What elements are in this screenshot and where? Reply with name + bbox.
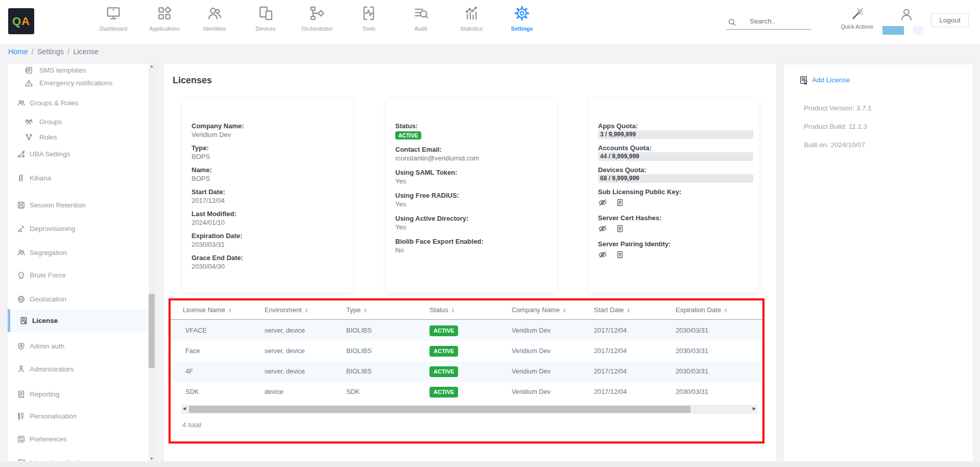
column-header-type[interactable]: Type▲▼ [346, 300, 367, 320]
table-row-face[interactable]: Faceserver, deviceBIOLIBSACTIVEVeridium … [171, 341, 762, 361]
field-value: Veridium Dev [192, 130, 347, 139]
sidebar-item-deprovisioning[interactable]: Deprovisioning [8, 222, 149, 235]
cell-type: BIOLIBS [346, 361, 372, 382]
table-horizontal-scrollbar[interactable]: ◀ ▶ [181, 405, 757, 414]
search-icon[interactable] [727, 17, 737, 27]
sidebar-item-uba-settings[interactable]: UBA Settings [8, 148, 149, 160]
prefs-icon [17, 435, 26, 443]
nav-item-settings[interactable]: Settings [496, 4, 547, 32]
field-label: Devices Quota: [598, 166, 753, 174]
copy-icon[interactable] [615, 224, 624, 233]
field-label: Server Pairing Identity: [598, 240, 753, 248]
column-header-company-name[interactable]: Company Name▲▼ [512, 300, 566, 320]
sidebar-item-segregation[interactable]: Segregation [8, 246, 149, 259]
field-label: Expiration Date: [192, 231, 347, 240]
nav-item-identities[interactable]: Identities [189, 4, 240, 32]
sidebar-scrollbar[interactable]: ▲ ▼ [149, 63, 155, 461]
logout-button[interactable]: Logout [931, 13, 969, 27]
breadcrumb-item-settings: Settings [37, 48, 64, 56]
breadcrumb-separator: / [32, 48, 34, 56]
sidebar-item-groups-roles[interactable]: Groups & Roles [8, 97, 149, 109]
sidebar-item-session-retention[interactable]: Session Retention [8, 199, 149, 211]
sort-icon: ▲▼ [228, 308, 231, 313]
users-icon [17, 248, 26, 257]
cell-license-name: VFACE [185, 320, 207, 341]
scroll-up-icon[interactable]: ▲ [149, 64, 155, 68]
license-status-card: Status:ACTIVEContact Email:rconstantin@v… [386, 98, 557, 293]
nav-item-audit[interactable]: Audit [395, 4, 446, 32]
sidebar-item-geolocation[interactable]: Geolocation [8, 293, 149, 305]
field-label: Using Free RADIUS: [395, 191, 551, 200]
reveal-eye-icon[interactable] [598, 198, 607, 207]
sidebar-item-emergency-notifications[interactable]: Emergency notifications [8, 77, 149, 89]
sidebar-item-groups[interactable]: Groups [8, 115, 149, 128]
language-flag-primary[interactable] [882, 26, 904, 35]
field-value: 2024/01/10 [192, 218, 347, 227]
copy-icon[interactable] [615, 250, 624, 259]
grid-icon [139, 4, 190, 22]
quota-bar: 44 / 9,999,999 [598, 152, 753, 161]
app-logo[interactable]: QA [8, 8, 34, 34]
sort-icon: ▲▼ [364, 308, 367, 313]
sidebar-item-license[interactable]: License [8, 309, 149, 332]
reveal-eye-icon[interactable] [598, 224, 607, 233]
column-header-expiration-date[interactable]: Expiration Date▲▼ [676, 300, 727, 320]
quick-actions-button[interactable]: Quick Actions [839, 5, 875, 30]
column-header-status[interactable]: Status▲▼ [429, 300, 455, 320]
sidebar-item-preferences[interactable]: Preferences [8, 433, 149, 445]
cell-type: SDK [346, 382, 360, 402]
sidebar-item-administrators[interactable]: Administrators [8, 363, 149, 375]
nav-item-tools[interactable]: Tools [343, 4, 394, 32]
cell-type: BIOLIBS [346, 341, 372, 361]
field-using-free-radius: Using Free RADIUS:Yes [395, 191, 551, 208]
nav-item-devices[interactable]: Devices [240, 4, 291, 32]
scroll-right-icon[interactable]: ▶ [753, 406, 756, 411]
field-company-name: Company Name:Veridium Dev [192, 122, 347, 139]
scroll-left-icon[interactable]: ◀ [183, 406, 186, 411]
field-sub-licensing-public-key: Sub Licensing Public Key: [598, 188, 753, 207]
field-label: Contact Email: [395, 145, 551, 154]
field-label: Company Name: [192, 122, 347, 130]
column-header-license-name[interactable]: License Name▲▼ [183, 300, 232, 320]
column-header-environment[interactable]: Environment▲▼ [265, 300, 308, 320]
reveal-eye-icon[interactable] [598, 250, 607, 259]
table-header-row: License Name▲▼Environment▲▼Type▲▼Status▲… [171, 300, 762, 320]
field-biolib-face-export-enabled: Biolib Face Export Enabled:No [395, 237, 551, 254]
breadcrumb-item-home[interactable]: Home [8, 48, 28, 56]
cell-license-name: SDK [185, 382, 199, 402]
language-flag-secondary[interactable] [913, 26, 923, 35]
search-input[interactable] [750, 17, 809, 25]
field-value: Yes [395, 223, 551, 231]
table-row-vface[interactable]: VFACEserver, deviceBIOLIBSACTIVEVeridium… [171, 320, 762, 341]
sidebar-scrollbar-thumb[interactable] [149, 294, 155, 368]
nav-item-statistics[interactable]: Statistics [446, 4, 497, 32]
sidebar-item-kibana[interactable]: Kibana [8, 172, 149, 184]
cell-company-name: Veridium Dev [512, 341, 551, 361]
field-label: Grace End Date: [192, 253, 347, 262]
page-horizontal-scrollbar[interactable] [0, 461, 980, 467]
table-row-sdk[interactable]: SDKdeviceSDKACTIVEVeridium Dev2017/12/04… [171, 382, 762, 402]
nav-item-dashboard[interactable]: Dashboard [88, 4, 139, 32]
field-last-modified: Last Modified:2024/01/10 [192, 209, 347, 227]
column-header-start-date[interactable]: Start Date▲▼ [594, 300, 630, 320]
cell-start-date: 2017/12/04 [594, 341, 627, 361]
nav-item-orchestrator[interactable]: Orchestrator [292, 4, 343, 32]
sidebar-item-brute-force[interactable]: Brute Force [8, 269, 149, 281]
add-license-button[interactable]: Add License [799, 75, 850, 85]
scroll-down-icon[interactable]: ▼ [149, 457, 155, 460]
field-accounts-quota: Accounts Quota:44 / 9,999,999 [598, 144, 753, 161]
sidebar-item-roles[interactable]: Roles [8, 131, 149, 143]
copy-icon[interactable] [615, 198, 624, 207]
sidebar-item-sms-templates[interactable]: SMS templates [8, 64, 149, 76]
field-value: BOPS [192, 174, 347, 183]
sidebar-item-admin-auth[interactable]: Admin auth [8, 340, 149, 352]
broom-icon [17, 224, 26, 233]
sidebar-item-personalisation[interactable]: Personalisation [8, 410, 149, 422]
nav-item-applications[interactable]: Applications [139, 4, 190, 32]
sidebar-item-reporting[interactable]: Reporting [8, 388, 149, 400]
user-avatar-icon[interactable] [899, 7, 914, 22]
table-row-4f[interactable]: 4Fserver, deviceBIOLIBSACTIVEVeridium De… [171, 361, 762, 382]
table-scrollbar-thumb[interactable] [189, 406, 690, 413]
cell-license-name: Face [185, 341, 200, 361]
sidebar-item-internationalization[interactable]: Internationalization [8, 456, 149, 461]
